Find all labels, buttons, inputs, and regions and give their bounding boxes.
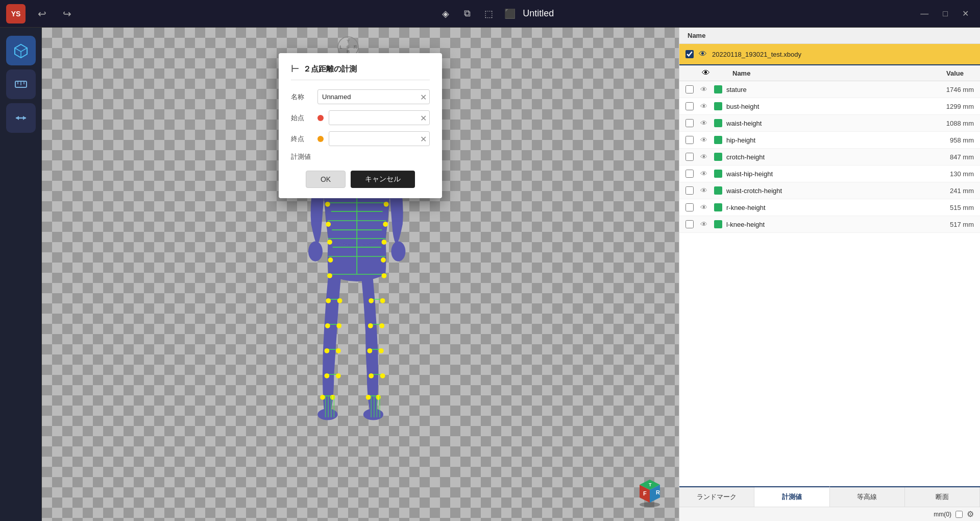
- app-logo: YS: [6, 4, 26, 23]
- tab-contour[interactable]: 等高線: [830, 487, 905, 507]
- meas-value-7: 241 mm: [923, 187, 974, 195]
- meas-eye-icon-4[interactable]: 👁: [698, 136, 710, 144]
- file-row: 👁 20220118_193021_test.xbody: [679, 44, 980, 64]
- name-input[interactable]: [317, 89, 430, 104]
- tab-measure[interactable]: 計測値: [754, 486, 829, 507]
- file-checkbox[interactable]: [685, 50, 694, 58]
- meas-eye-icon-3[interactable]: 👁: [698, 119, 710, 127]
- svg-text:F: F: [643, 490, 647, 496]
- table-row: 👁 stature 1746 mm: [679, 81, 980, 98]
- table-row: 👁 bust-height 1299 mm: [679, 98, 980, 115]
- sidebar-btn-arrows[interactable]: [6, 103, 36, 133]
- name-clear-button[interactable]: ✕: [420, 92, 427, 102]
- table-row: 👁 hip-height 958 mm: [679, 132, 980, 149]
- dialog-title: ⊢ ２点距離の計測: [291, 63, 430, 80]
- dialog-start-row: 始点 ✕: [291, 110, 430, 125]
- tool-icon-4[interactable]: ⬛: [501, 5, 519, 22]
- file-panel-header: Name: [679, 28, 980, 44]
- meas-value-2: 1299 mm: [923, 103, 974, 110]
- start-point-input[interactable]: [329, 110, 430, 125]
- tool-icon-1[interactable]: ◈: [437, 5, 454, 22]
- cancel-button[interactable]: キャンセル: [351, 171, 415, 188]
- svg-text:T: T: [649, 482, 652, 487]
- undo-button[interactable]: ↩: [34, 6, 51, 22]
- end-clear-button[interactable]: ✕: [420, 134, 427, 144]
- meas-name-1: stature: [726, 86, 919, 93]
- meas-checkbox-2[interactable]: [685, 102, 694, 110]
- minimize-button[interactable]: —: [915, 7, 934, 20]
- meas-color-swatch-5: [714, 153, 722, 161]
- close-button[interactable]: ✕: [957, 7, 974, 20]
- ruler-icon: [14, 77, 28, 91]
- titlebar: YS ↩ ↪ ◈ ⧉ ⬚ ⬛ Untitled — □ ✕: [0, 0, 980, 28]
- meas-eye-icon-6[interactable]: 👁: [698, 170, 710, 178]
- end-point-input[interactable]: [329, 131, 430, 146]
- meas-checkbox-1[interactable]: [685, 85, 694, 93]
- dialog-overlay: ⊢ ２点距離の計測 名称 ✕ 始点 ✕: [42, 28, 679, 521]
- dialog-buttons: OK キャンセル: [291, 171, 430, 188]
- table-row: 👁 waist-crotch-height 241 mm: [679, 182, 980, 199]
- main-area: T B L R ⊢ ２点距離の計測 名称: [0, 28, 980, 521]
- tab-section[interactable]: 断面: [905, 487, 980, 507]
- start-clear-button[interactable]: ✕: [420, 113, 427, 123]
- titlebar-icons: ◈ ⧉ ⬚ ⬛: [437, 5, 519, 22]
- cube-navigation[interactable]: F R T: [632, 472, 665, 505]
- meas-color-swatch-9: [714, 220, 722, 228]
- meas-name-9: l-knee-height: [726, 221, 919, 228]
- arrows-icon: [14, 111, 28, 125]
- status-bar: mm(0) ⚙: [679, 507, 980, 521]
- meas-eye-icon-7[interactable]: 👁: [698, 186, 710, 195]
- meas-color-swatch-1: [714, 85, 722, 93]
- name-input-wrap: ✕: [317, 89, 430, 104]
- sidebar-btn-measurements[interactable]: [6, 69, 36, 99]
- svg-marker-8: [23, 116, 26, 120]
- meas-name-3: waist-height: [726, 120, 919, 127]
- meas-value-6: 130 mm: [923, 170, 974, 178]
- file-visibility-icon[interactable]: 👁: [699, 50, 707, 59]
- end-label: 終点: [291, 134, 312, 144]
- meas-color-swatch-3: [714, 119, 722, 127]
- measure-value-label: 計測値: [291, 152, 312, 161]
- eye-col-header: 👁: [698, 68, 714, 78]
- panel-tabs: ランドマーク計測値等高線断面: [679, 486, 980, 507]
- meas-value-9: 517 mm: [923, 221, 974, 228]
- status-checkbox[interactable]: [955, 511, 963, 518]
- start-label: 始点: [291, 113, 312, 123]
- viewport[interactable]: T B L R ⊢ ２点距離の計測 名称: [42, 28, 679, 521]
- meas-checkbox-3[interactable]: [685, 119, 694, 127]
- meas-color-swatch-4: [714, 136, 722, 144]
- sidebar-btn-3d[interactable]: [6, 36, 36, 65]
- tool-icon-2[interactable]: ⧉: [458, 5, 476, 22]
- start-dot: [317, 115, 324, 121]
- meas-checkbox-5[interactable]: [685, 153, 694, 161]
- meas-eye-icon-1[interactable]: 👁: [698, 85, 710, 93]
- ok-button[interactable]: OK: [306, 171, 346, 188]
- tab-landmark[interactable]: ランドマーク: [679, 487, 754, 507]
- meas-checkbox-7[interactable]: [685, 186, 694, 195]
- meas-color-swatch-8: [714, 203, 722, 211]
- titlebar-center: ◈ ⧉ ⬚ ⬛ Untitled: [437, 5, 554, 22]
- cube-3d-icon: [13, 43, 29, 58]
- meas-eye-icon-5[interactable]: 👁: [698, 153, 710, 161]
- meas-checkbox-6[interactable]: [685, 170, 694, 178]
- maximize-button[interactable]: □: [938, 7, 953, 20]
- meas-color-swatch-6: [714, 170, 722, 178]
- meas-checkbox-9[interactable]: [685, 220, 694, 228]
- settings-icon[interactable]: ⚙: [967, 509, 974, 519]
- start-input-wrap: ✕: [329, 110, 430, 125]
- redo-button[interactable]: ↪: [59, 6, 76, 22]
- meas-eye-icon-2[interactable]: 👁: [698, 102, 710, 110]
- app-title: Untitled: [523, 8, 554, 19]
- meas-name-5: crotch-height: [726, 153, 919, 161]
- window-controls: — □ ✕: [915, 7, 974, 20]
- meas-checkbox-8[interactable]: [685, 203, 694, 211]
- measurements-list: 👁 stature 1746 mm 👁 bust-height 1299 mm …: [679, 81, 980, 486]
- table-row: 👁 waist-height 1088 mm: [679, 115, 980, 132]
- tool-icon-3[interactable]: ⬚: [480, 5, 497, 22]
- dialog-end-row: 終点 ✕: [291, 131, 430, 146]
- meas-value-3: 1088 mm: [923, 120, 974, 127]
- dialog-title-icon: ⊢: [291, 63, 299, 75]
- meas-eye-icon-9[interactable]: 👁: [698, 220, 710, 228]
- meas-checkbox-4[interactable]: [685, 136, 694, 144]
- meas-eye-icon-8[interactable]: 👁: [698, 203, 710, 211]
